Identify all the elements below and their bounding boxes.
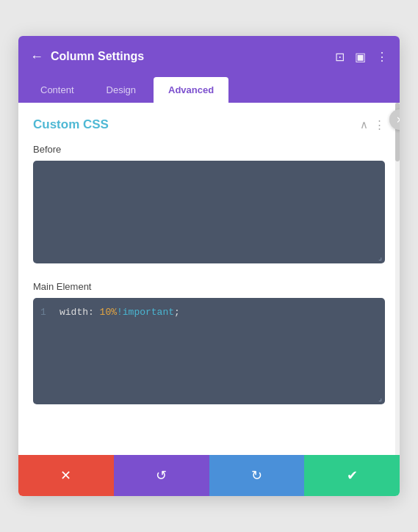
cancel-button[interactable]: ✕ — [18, 455, 114, 496]
scrollbar-track — [395, 103, 400, 455]
main-element-textarea[interactable] — [33, 298, 385, 404]
redo-button[interactable]: ↻ — [209, 455, 305, 496]
panel-footer: ✕ ↺ ↻ ✔ — [18, 455, 400, 496]
main-element-editor: 1 width: 10%!important; ⌟ — [33, 298, 385, 404]
section-menu-icon[interactable]: ⋮ — [374, 118, 385, 131]
panel-title: Column Settings — [51, 50, 328, 63]
section-header: Custom CSS ∧ ⋮ — [33, 117, 385, 132]
main-element-label: Main Element — [33, 281, 385, 292]
section-title: Custom CSS — [33, 117, 109, 132]
save-button[interactable]: ✔ — [304, 455, 400, 496]
fullscreen-icon[interactable]: ⊡ — [335, 50, 345, 64]
tab-content[interactable]: Content — [26, 77, 89, 103]
layout-icon[interactable]: ▣ — [355, 50, 366, 64]
resize-handle-main[interactable]: ⌟ — [378, 394, 382, 402]
before-editor: ⌟ — [33, 161, 385, 263]
tab-bar: Content Design Advanced — [18, 77, 400, 103]
panel-content: Custom CSS ∧ ⋮ Before ⌟ Main Element 1 w… — [18, 103, 400, 455]
undo-button[interactable]: ↺ — [114, 455, 209, 496]
tab-advanced[interactable]: Advanced — [154, 77, 228, 103]
before-label: Before — [33, 144, 385, 155]
back-icon[interactable]: ← — [30, 49, 43, 65]
header-icons: ⊡ ▣ ⋮ — [335, 50, 388, 64]
tab-design[interactable]: Design — [92, 77, 151, 103]
section-actions: ∧ ⋮ — [360, 118, 385, 131]
panel-header: ← Column Settings ⊡ ▣ ⋮ — [18, 36, 400, 77]
column-settings-panel: ← Column Settings ⊡ ▣ ⋮ Content Design A… — [18, 36, 400, 496]
more-options-icon[interactable]: ⋮ — [376, 50, 388, 64]
before-textarea[interactable] — [40, 168, 378, 256]
resize-handle-before[interactable]: ⌟ — [378, 253, 382, 261]
collapse-icon[interactable]: ∧ — [360, 118, 368, 131]
